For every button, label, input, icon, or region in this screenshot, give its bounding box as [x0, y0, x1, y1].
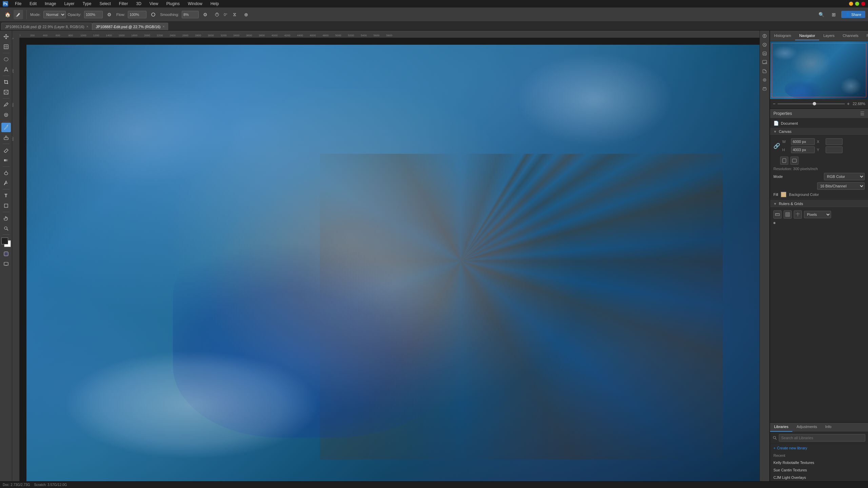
- shape-tool[interactable]: [1, 201, 11, 210]
- zoom-in-button[interactable]: +: [847, 101, 850, 106]
- move-tool[interactable]: [1, 32, 11, 41]
- opacity-extra-btn[interactable]: ⚙: [105, 10, 114, 19]
- tab-paths[interactable]: Paths: [863, 32, 868, 40]
- artboard-tool[interactable]: [1, 42, 11, 52]
- home-button[interactable]: 🏠: [3, 10, 12, 19]
- type-tool[interactable]: T: [1, 191, 11, 200]
- screen-mode-btn[interactable]: [1, 259, 11, 269]
- eraser-tool[interactable]: [1, 145, 11, 155]
- width-input[interactable]: [791, 138, 815, 145]
- x-input[interactable]: [826, 138, 843, 145]
- menu-view[interactable]: View: [148, 1, 160, 7]
- opacity-input[interactable]: [84, 11, 103, 18]
- angle-btn[interactable]: [212, 10, 222, 19]
- workspace-btn[interactable]: ⊞: [829, 10, 839, 19]
- frame-tool[interactable]: [1, 87, 11, 97]
- lib-item-1[interactable]: Kelly Robotaille Textures: [770, 459, 868, 466]
- smoothing-input[interactable]: [182, 11, 199, 18]
- neural-filters-btn[interactable]: [761, 76, 769, 84]
- tab-channels[interactable]: Channels: [839, 32, 862, 40]
- properties-title: Properties: [773, 111, 792, 116]
- zoom-slider[interactable]: [777, 103, 845, 104]
- zoom-tool[interactable]: [1, 224, 11, 233]
- menu-image[interactable]: Image: [43, 1, 57, 7]
- brush-tool-button[interactable]: [14, 10, 23, 19]
- properties-menu-btn[interactable]: ☰: [860, 111, 865, 116]
- tab-2-close[interactable]: ×: [163, 25, 165, 28]
- tab-layers[interactable]: Layers: [819, 32, 839, 40]
- navigator-preview[interactable]: [770, 41, 868, 99]
- color-swatches[interactable]: [1, 238, 11, 247]
- menu-file[interactable]: File: [14, 1, 23, 7]
- bit-depth-select[interactable]: 16 Bits/Channel: [817, 182, 865, 190]
- grid-icon-btn[interactable]: [784, 210, 792, 219]
- zoom-out-button[interactable]: −: [773, 101, 775, 106]
- close-button[interactable]: [861, 2, 865, 6]
- plus-icon: +: [773, 446, 775, 450]
- canvas-content[interactable]: [20, 38, 760, 481]
- rulers-grids-header[interactable]: ▼ Rulers & Grids: [770, 200, 868, 208]
- generative-fill-btn[interactable]: [761, 67, 769, 75]
- guides-icon-btn[interactable]: [794, 210, 802, 219]
- lib-tab-info[interactable]: Info: [821, 423, 835, 432]
- menu-select[interactable]: Select: [98, 1, 112, 7]
- portrait-btn[interactable]: [780, 157, 788, 165]
- pen-tool[interactable]: [1, 178, 11, 188]
- menu-help[interactable]: Help: [209, 1, 220, 7]
- dodge-tool[interactable]: [1, 168, 11, 178]
- mode-prop-select[interactable]: RGB Color: [824, 173, 865, 180]
- tab-1[interactable]: JP108913-Edit.psd @ 22.9% (Layer 8, RGB/…: [1, 23, 92, 30]
- tab-1-close[interactable]: ×: [86, 25, 88, 28]
- eyedropper-tool[interactable]: [1, 100, 11, 109]
- y-input[interactable]: [826, 146, 843, 153]
- learn-btn[interactable]: [761, 32, 769, 40]
- select-tool[interactable]: [1, 65, 11, 74]
- menu-3d[interactable]: 3D: [135, 1, 142, 7]
- landscape-btn[interactable]: [790, 157, 798, 165]
- contextual-task-bar[interactable]: [761, 85, 769, 93]
- gradient-tool[interactable]: [1, 156, 11, 165]
- history-btn[interactable]: [761, 41, 769, 49]
- tab-histogram[interactable]: Histogram: [770, 32, 795, 40]
- menu-edit[interactable]: Edit: [28, 1, 38, 7]
- smoothing-settings-btn[interactable]: ⚙: [201, 10, 210, 19]
- menu-layer[interactable]: Layer: [63, 1, 76, 7]
- menu-filter[interactable]: Filter: [118, 1, 130, 7]
- lib-item-2[interactable]: Sue Cantin Textures: [770, 466, 868, 474]
- canvas-image[interactable]: [26, 45, 760, 481]
- airbrush-btn[interactable]: [149, 10, 158, 19]
- fill-color-box[interactable]: [781, 192, 786, 197]
- tab-navigator[interactable]: Navigator: [795, 32, 819, 40]
- canvas-section-header[interactable]: ▼ Canvas: [770, 128, 868, 136]
- units-select[interactable]: Pixels: [804, 211, 831, 218]
- extra-btn[interactable]: ⊕: [241, 10, 251, 19]
- ai-tools-btn[interactable]: AI: [761, 49, 769, 58]
- lasso-tool[interactable]: [1, 55, 11, 64]
- lib-item-3[interactable]: CJM Light Overlays: [770, 474, 868, 481]
- stamp-tool[interactable]: [1, 133, 11, 142]
- brush-tool[interactable]: [1, 123, 11, 132]
- foreground-color[interactable]: [1, 238, 8, 244]
- share-button[interactable]: 👤 Share: [841, 11, 865, 18]
- hand-tool[interactable]: [1, 214, 11, 223]
- menu-type[interactable]: Type: [81, 1, 93, 7]
- lib-tab-adjustments[interactable]: Adjustments: [792, 423, 821, 432]
- flow-input[interactable]: [128, 11, 146, 18]
- mode-select[interactable]: Normal: [43, 11, 66, 18]
- maximize-button[interactable]: [855, 2, 859, 6]
- symmetry-btn[interactable]: ⧖: [230, 10, 239, 19]
- minimize-button[interactable]: [849, 2, 853, 6]
- remove-bg-btn[interactable]: [761, 58, 769, 66]
- heal-tool[interactable]: [1, 110, 11, 120]
- lib-create-button[interactable]: + Create new library: [770, 444, 868, 452]
- crop-tool[interactable]: [1, 77, 11, 87]
- lib-search-input[interactable]: [779, 434, 865, 442]
- ruler-icon-btn[interactable]: [773, 210, 782, 219]
- quick-mask-btn[interactable]: [1, 249, 11, 259]
- menu-plugins[interactable]: Plugins: [165, 1, 181, 7]
- menu-window[interactable]: Window: [186, 1, 204, 7]
- search-button[interactable]: 🔍: [817, 10, 826, 19]
- lib-tab-libraries[interactable]: Libraries: [770, 423, 792, 432]
- height-input[interactable]: [791, 146, 815, 153]
- tab-2[interactable]: JP108887-Edit.psd @ 22.7% (RGB/16) ×: [92, 23, 169, 30]
